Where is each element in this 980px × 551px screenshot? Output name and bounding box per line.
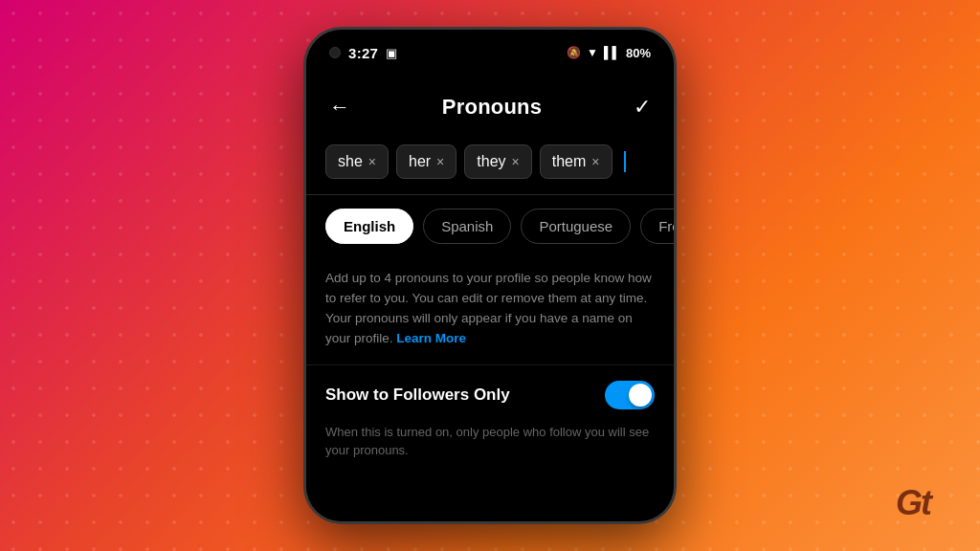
signal-icon: ▌▌ bbox=[604, 46, 620, 59]
info-text: Add up to 4 pronouns to your profile so … bbox=[325, 269, 655, 349]
followers-toggle-description: When this is turned on, only people who … bbox=[306, 419, 674, 475]
battery-level: 80% bbox=[626, 46, 651, 60]
camera-dot bbox=[329, 47, 341, 58]
lang-spanish-button[interactable]: Spanish bbox=[423, 209, 511, 244]
followers-toggle-switch[interactable] bbox=[605, 381, 655, 409]
bell-mute-icon: 🔕 bbox=[567, 46, 581, 59]
chip-she-close[interactable]: × bbox=[368, 155, 376, 168]
chip-they-close[interactable]: × bbox=[512, 155, 520, 168]
header: ← Pronouns ✓ bbox=[306, 76, 674, 135]
chip-them-label: them bbox=[552, 153, 587, 170]
chip-her-close[interactable]: × bbox=[436, 155, 444, 168]
followers-toggle-row: Show to Followers Only bbox=[306, 364, 674, 419]
chip-they-label: they bbox=[477, 153, 505, 170]
toggle-thumb bbox=[629, 384, 652, 407]
learn-more-link[interactable]: Learn More bbox=[396, 331, 466, 345]
gt-logo: Gt bbox=[896, 486, 957, 532]
lang-portuguese-button[interactable]: Portuguese bbox=[521, 209, 631, 244]
pronoun-chip-them[interactable]: them × bbox=[540, 144, 612, 179]
lang-english-button[interactable]: English bbox=[325, 209, 413, 244]
side-button bbox=[675, 164, 677, 221]
app-content: ← Pronouns ✓ she × her × they × them × bbox=[306, 76, 674, 521]
chip-them-close[interactable]: × bbox=[591, 155, 599, 168]
phone-frame: 3:27 ▣ 🔕 ▼ ▌▌ 80% ← Pronouns ✓ she × her… bbox=[303, 27, 677, 524]
status-bar-right: 🔕 ▼ ▌▌ 80% bbox=[567, 46, 651, 60]
page-title: Pronouns bbox=[442, 95, 542, 120]
language-selector: English Spanish Portuguese French German bbox=[306, 195, 674, 257]
toggle-desc-text: When this is turned on, only people who … bbox=[325, 423, 655, 460]
pronoun-chip-her[interactable]: her × bbox=[396, 144, 457, 179]
pronouns-input-area[interactable]: she × her × they × them × bbox=[306, 135, 674, 195]
confirm-button[interactable]: ✓ bbox=[630, 91, 655, 123]
chip-her-label: her bbox=[409, 153, 431, 170]
info-section: Add up to 4 pronouns to your profile so … bbox=[306, 257, 674, 364]
status-bar: 3:27 ▣ 🔕 ▼ ▌▌ 80% bbox=[306, 30, 674, 76]
pronoun-chip-they[interactable]: they × bbox=[464, 144, 531, 179]
wifi-icon: ▼ bbox=[587, 46, 598, 59]
info-text-content: Add up to 4 pronouns to your profile so … bbox=[325, 271, 652, 345]
pronoun-chip-she[interactable]: she × bbox=[325, 144, 389, 179]
followers-toggle-label: Show to Followers Only bbox=[325, 386, 510, 405]
gt-logo-text: Gt bbox=[896, 483, 930, 522]
sim-icon: ▣ bbox=[386, 46, 397, 60]
status-bar-left: 3:27 ▣ bbox=[329, 45, 397, 61]
lang-french-button[interactable]: French bbox=[640, 209, 674, 244]
chip-she-label: she bbox=[338, 153, 363, 170]
text-cursor bbox=[624, 151, 626, 172]
back-button[interactable]: ← bbox=[325, 91, 354, 123]
status-time: 3:27 bbox=[348, 45, 378, 61]
